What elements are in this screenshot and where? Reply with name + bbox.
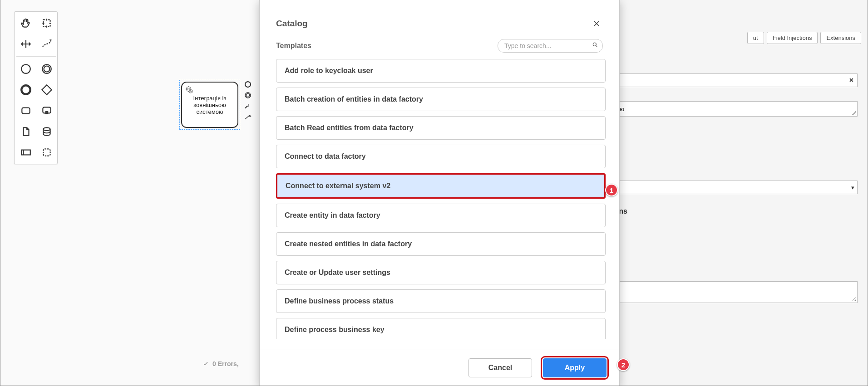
gear-icon [185,85,194,96]
lasso-tool[interactable] [37,14,56,33]
template-item[interactable]: Define business process status [276,289,606,313]
data-object-tool[interactable] [16,122,35,141]
append-intermediate-event[interactable] [243,90,253,100]
intermediate-event-tool[interactable] [37,59,56,78]
gateway-tool[interactable] [37,80,56,99]
space-tool[interactable] [16,34,35,54]
apply-button[interactable]: Apply [543,358,607,377]
append-end-event[interactable] [243,79,253,89]
data-store-tool[interactable] [37,122,56,141]
svg-rect-10 [21,150,30,155]
subprocess-tool[interactable] [37,101,56,120]
cancel-button[interactable]: Cancel [469,358,532,377]
svg-point-17 [245,82,251,87]
resize-grip-icon [852,297,856,302]
tool-palette [14,11,58,164]
template-item[interactable]: Create entity in data factory [276,204,606,227]
status-bar: 0 Errors, [202,360,239,367]
search-icon [592,42,598,50]
close-icon [592,20,601,28]
svg-point-9 [43,127,50,131]
svg-point-19 [246,93,250,97]
field-id[interactable]: × [602,73,858,87]
status-text: 0 Errors, [212,360,239,367]
template-item[interactable]: Create nested entities in data factory [276,232,606,256]
connect-icon[interactable] [243,112,253,122]
section-title: Templates [276,42,311,50]
template-item[interactable]: Batch creation of entities in data facto… [276,88,606,111]
tab-field-injections[interactable]: Field Injections [767,32,818,44]
svg-point-4 [21,85,30,94]
callout-1: 1 [605,184,618,196]
svg-rect-6 [22,108,30,114]
svg-point-3 [44,66,50,72]
svg-rect-5 [42,85,51,94]
end-event-tool[interactable] [16,80,35,99]
participant-tool[interactable] [16,143,35,162]
group-tool[interactable] [37,143,56,162]
template-list[interactable]: Add role to keycloak userBatch creation … [276,59,610,339]
close-button[interactable] [590,17,603,30]
tab-ut[interactable]: ut [747,32,764,44]
chevron-down-icon: ▾ [851,184,854,191]
bpmn-service-task[interactable]: Інтеграція із зовнішньою системою [181,82,238,128]
field-name[interactable]: темою [602,101,858,117]
hand-tool[interactable] [16,14,35,33]
global-connect-tool[interactable] [37,34,56,54]
dialog-title: Catalog [276,19,308,29]
search-input[interactable] [498,39,603,53]
svg-point-14 [187,88,189,90]
svg-point-15 [189,90,193,93]
catalog-dialog: Catalog Templates Add role to keycloak u… [259,0,620,386]
template-item[interactable]: Add role to keycloak user [276,59,606,83]
tab-extensions[interactable]: Extensions [820,32,861,44]
callout-2: 2 [617,358,630,371]
svg-point-20 [593,43,596,46]
template-item[interactable]: Connect to external system v2 [276,173,606,199]
template-item[interactable]: Connect to data factory [276,145,606,168]
field-textarea[interactable] [602,281,858,303]
svg-rect-12 [43,149,50,156]
resize-grip-icon [852,111,856,115]
start-event-tool[interactable] [16,59,35,78]
check-icon [202,361,209,367]
svg-point-1 [21,64,30,73]
wrench-icon[interactable] [243,101,253,111]
template-item[interactable]: Create or Update user settings [276,261,606,284]
svg-rect-0 [43,20,50,26]
clear-icon[interactable]: × [849,76,853,84]
context-pad [243,79,253,122]
template-item[interactable]: Define process business key [276,318,606,339]
task-tool[interactable] [16,101,35,120]
template-item[interactable]: Batch Read entities from data factory [276,116,606,140]
svg-point-16 [190,91,192,92]
field-select[interactable]: ▾ [602,181,858,194]
